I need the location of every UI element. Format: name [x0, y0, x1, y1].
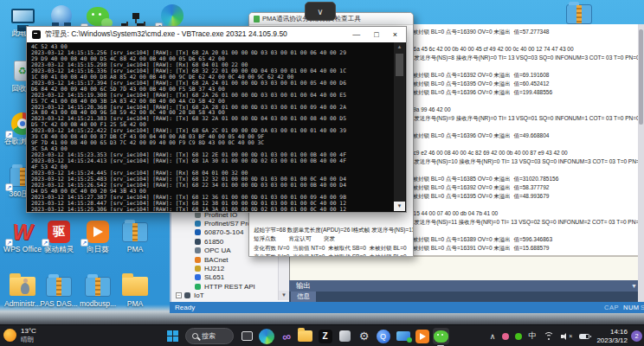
- cmd-line: 29 D9 40 00 08 40 00 D5 4C 88 42 00 0B 4…: [31, 56, 394, 62]
- tree-item-label: 60870-5-104: [204, 228, 243, 236]
- cmd-titlebar[interactable]: 管理员: C:\Windows\System32\cmd.exe - VBTra…: [27, 27, 406, 42]
- desktop-icon-label: PMA: [115, 246, 155, 254]
- desktop-icon-pma-zip[interactable]: PMA: [115, 218, 155, 254]
- cmd-line: 2023-03-12 14:15:15.256 [srv_iec104] [RA…: [31, 50, 394, 56]
- desktop-icon-modbus-zip[interactable]: modbusp...: [78, 272, 118, 309]
- taskbar-file-explorer[interactable]: [297, 328, 313, 344]
- maximize-button[interactable]: □: [374, 30, 378, 39]
- protocol-icon: [195, 257, 201, 263]
- taskbar-clock[interactable]: 14:16 2023/3/12: [596, 328, 628, 345]
- cmd-line: D4 D5 40 00 0C 40 00 20 94 3B 43 00: [31, 189, 394, 195]
- cmd-line: 2A 80 43 00 0B 40 00 96 58 59 42 00 0C 4…: [31, 110, 394, 116]
- analysis-line: 短浮点数 肯定认可 突发: [254, 234, 413, 243]
- output-panel-header[interactable]: 输出 ▼: [289, 280, 644, 292]
- notification-badge[interactable]: 2: [631, 330, 642, 342]
- tree-item[interactable]: − HTTP REST API: [171, 282, 277, 291]
- tray-wechat-icon[interactable]: [515, 333, 522, 340]
- cmd-line: 9F 7D 41 00 08 40 00 65 D3 7C 42 00 09 4…: [31, 140, 394, 146]
- desktop-icon-driver[interactable]: 驱 ↗ 驱动精灵: [39, 218, 79, 254]
- taskbar-search[interactable]: 搜索: [185, 328, 234, 344]
- scrollbar-down-icon[interactable]: ▼: [279, 291, 289, 300]
- taskbar-weather-widget[interactable]: 13°C 晴朗: [3, 327, 36, 343]
- desktop-icon-label: 向日葵: [78, 246, 118, 254]
- cmd-window: 管理员: C:\Windows\System32\cmd.exe - VBTra…: [26, 26, 407, 213]
- task-view-button[interactable]: [239, 328, 255, 344]
- tree-item-label: IoT: [194, 292, 204, 299]
- desktop-icon-admin-folder[interactable]: Administr...: [3, 272, 42, 309]
- cmd-output[interactable]: 4C 52 43 002023-03-12 14:15:15.256 [srv_…: [28, 42, 394, 211]
- battery-icon[interactable]: [579, 334, 589, 339]
- tree-item[interactable]: − SL651: [171, 273, 277, 282]
- shortcut-arrow-icon: ↗: [42, 239, 49, 247]
- cmd-line: 2023-03-12 14:15:22.422 [srv_iec104] [RA…: [31, 128, 394, 134]
- chevron-down-icon[interactable]: ▼: [631, 283, 637, 289]
- cmd-line: 2023-03-12 14:15:21.383 [srv_iec104] [RA…: [31, 116, 394, 122]
- desktop-icon-pasdas-zip[interactable]: PAS DAS...: [39, 272, 79, 309]
- start-button[interactable]: [164, 328, 181, 344]
- minimize-button[interactable]: —: [352, 30, 360, 39]
- taskbar-sunflower[interactable]: [414, 328, 430, 344]
- cmd-line: 2023-03-12 14:15:19.308 [srv_iec104] [RA…: [31, 93, 394, 99]
- tree-item-label: BACnet: [204, 256, 229, 264]
- document-scrollbar[interactable]: [638, 24, 644, 302]
- taskbar-wechat[interactable]: [433, 328, 449, 344]
- output-tab-row: 信息: [289, 292, 644, 302]
- taskbar-visual-studio[interactable]: ∞: [278, 328, 294, 344]
- tree-item-label: HJ212: [204, 265, 224, 272]
- status-cap: CAP: [604, 302, 619, 313]
- wechat-icon: [87, 7, 109, 26]
- taskbar-settings[interactable]: ⚙: [356, 328, 372, 344]
- cmd-line: 2023-03-12 14:15:24.445 [srv_iec104] [RA…: [31, 170, 394, 176]
- tree-item[interactable]: − IoT: [171, 292, 277, 300]
- taskbar-pc-manager[interactable]: [395, 328, 411, 344]
- wifi-icon[interactable]: [543, 332, 554, 341]
- shortcut-arrow-icon: ↗: [5, 239, 13, 247]
- cmd-line: D5 7C 42 00 0B 40 00 F1 25 56 42 00: [31, 122, 394, 128]
- cmd-scrollbar[interactable]: ▲ ▼: [394, 42, 405, 211]
- scrollbar-down-icon[interactable]: ▼: [394, 202, 405, 211]
- driver-genius-icon: 驱: [48, 221, 70, 243]
- desktop-icon-pma-folder[interactable]: PMA: [115, 272, 155, 309]
- tree-item-label: OPC UA: [204, 247, 231, 254]
- taskbar-3d-viewer[interactable]: [337, 328, 353, 344]
- status-bar: Ready CAP NUM SCRL: [170, 302, 644, 313]
- status-ready: Ready: [175, 304, 195, 311]
- cmd-line: 2023-03-12 14:15:17.394 [srv_iec104] [RA…: [31, 80, 394, 86]
- edge-icon: [259, 329, 274, 344]
- shortcut-arrow-icon: ↗: [5, 131, 13, 138]
- tray-chevron-up-icon[interactable]: ∧: [490, 332, 496, 341]
- cmd-line: 2023-03-12 14:15:16.336 [srv_iec104] [RA…: [31, 68, 394, 74]
- taskbar-capcut[interactable]: Z: [317, 328, 333, 344]
- desktop-icon-wps[interactable]: W ↗ WPS Office: [3, 218, 42, 254]
- tree-item[interactable]: − HJ212: [171, 264, 277, 272]
- desktop-icon-sunflower[interactable]: ↗ 向日葵: [78, 218, 118, 254]
- sunflower-remote-icon: [87, 221, 109, 243]
- collapse-icon[interactable]: −: [176, 292, 182, 298]
- folder-icon: [122, 277, 148, 296]
- taskbar-edge[interactable]: [258, 328, 274, 344]
- connection-bar-pill[interactable]: ∨: [305, 2, 336, 21]
- cmd-line: 2023-03-12 14:15:27.387 [srv_iec104] [RA…: [31, 195, 394, 201]
- visual-studio-icon: ∞: [280, 329, 292, 343]
- close-button[interactable]: ×: [393, 30, 397, 39]
- protocol-icon: [195, 274, 201, 280]
- analysis-line: 变化有效 IV=0 当前值 NT=0 未被取代 SB=0 未被封锁 BL=0: [254, 244, 413, 253]
- tab-info[interactable]: 信息: [291, 292, 316, 302]
- ime-indicator[interactable]: 中: [528, 330, 536, 342]
- scrollbar-up-icon[interactable]: ▲: [394, 42, 405, 52]
- tray-app-icon[interactable]: [502, 333, 509, 340]
- cmd-line: 3C 5A 43 00: [31, 146, 394, 152]
- scrollbar-thumb[interactable]: [396, 54, 403, 76]
- cmd-icon: [32, 30, 41, 39]
- protocol-icon: [195, 229, 201, 235]
- cmd-line: 2023-03-12 14:15:20.368 [srv_iec104] [RA…: [31, 105, 394, 111]
- user-folder-icon: [10, 277, 35, 296]
- taskbar-quark[interactable]: Q: [375, 328, 391, 344]
- network-topology-icon: [132, 13, 139, 19]
- analysis-line: 起始字节=68 数据单元长度(APDU)=26 I格式帧 发送序号(NS)=11…: [254, 226, 413, 234]
- desktop-icon-label: modbusp...: [78, 300, 118, 309]
- weather-temperature: 13°C: [21, 327, 36, 336]
- document-background: [289, 255, 644, 280]
- wechat-icon: [434, 330, 448, 343]
- volume-muted-icon[interactable]: ×: [561, 332, 572, 341]
